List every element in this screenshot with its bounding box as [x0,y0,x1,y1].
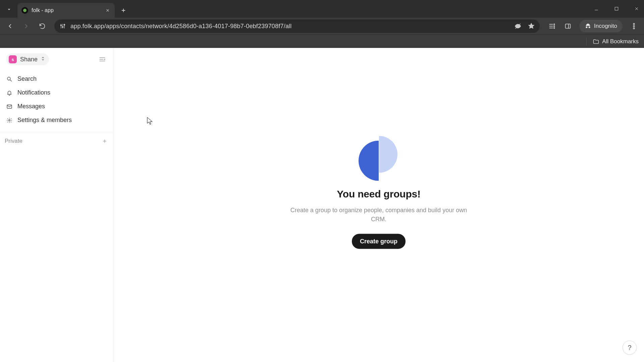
bookmark-star-icon[interactable] [528,22,535,30]
empty-state-subtitle: Create a group to organize people, compa… [285,206,473,224]
all-bookmarks-label: All Bookmarks [602,38,639,45]
sidebar-item-notifications[interactable]: Notifications [3,86,110,100]
workspace-name: Shane [20,56,38,63]
workspace-avatar: s [9,55,17,63]
browser-toolbar: app.folk.app/apps/contacts/network/4d258… [0,18,644,35]
sidebar-item-settings[interactable]: Settings & members [3,113,110,127]
collapse-sidebar-button[interactable] [98,55,107,64]
bookmarks-bar: All Bookmarks [0,35,644,48]
reload-button[interactable] [36,19,49,33]
app-root: s Shane Search Notifications Message [0,48,644,362]
close-window-button[interactable] [631,3,642,14]
gear-icon [6,117,13,124]
sidebar-item-label: Settings & members [17,117,72,124]
sidebar-header: s Shane [0,48,113,71]
tab-search-button[interactable] [3,3,15,16]
empty-state-title: You need groups! [285,188,473,200]
sidebar: s Shane Search Notifications Message [0,48,113,362]
browser-chrome: folk - app app.folk.app/apps/contacts/ne… [0,0,644,48]
svg-point-9 [554,24,555,25]
svg-point-14 [633,23,635,25]
svg-point-10 [554,26,555,27]
eye-off-icon[interactable] [514,22,522,30]
reading-list-icon[interactable] [545,19,558,33]
create-group-button[interactable]: Create group [352,234,406,249]
back-button[interactable] [3,19,17,33]
new-tab-button[interactable] [117,4,129,16]
browser-menu-button[interactable] [627,19,641,33]
add-private-group-button[interactable] [101,137,108,145]
sidebar-item-label: Messages [17,103,45,110]
svg-rect-12 [566,24,571,28]
tab-favicon [21,7,28,14]
window-controls [591,3,642,14]
svg-point-6 [64,24,65,25]
sidebar-item-label: Notifications [17,89,50,96]
tab-title: folk - app [32,7,101,13]
maximize-button[interactable] [611,3,622,14]
side-panel-icon[interactable] [561,19,575,33]
bell-icon [6,89,13,96]
workspace-switcher[interactable]: s Shane [6,53,49,65]
svg-point-20 [7,77,10,80]
svg-rect-0 [615,7,618,10]
svg-point-15 [633,25,635,27]
sidebar-item-label: Search [17,75,37,82]
url-text: app.folk.app/apps/contacts/network/4d258… [70,23,510,30]
empty-state: You need groups! Create a group to organ… [285,136,473,249]
chevron-updown-icon [41,56,45,62]
sidebar-section-private: Private [0,132,113,150]
sidebar-item-messages[interactable]: Messages [3,100,110,113]
svg-point-16 [633,28,635,29]
divider [586,38,587,45]
svg-point-11 [554,27,555,28]
tab-strip: folk - app [0,0,644,18]
main-content: You need groups! Create a group to organ… [113,48,644,362]
help-button[interactable]: ? [623,341,637,355]
incognito-indicator[interactable]: Incognito [579,20,623,33]
sidebar-item-search[interactable]: Search [3,72,110,86]
mail-icon [6,103,13,110]
svg-line-21 [10,80,12,81]
mouse-cursor [147,117,153,126]
sidebar-nav: Search Notifications Messages Settings &… [0,71,113,132]
tab-close-button[interactable] [105,7,111,13]
svg-point-4 [60,25,61,26]
all-bookmarks-button[interactable]: All Bookmarks [593,38,639,45]
site-settings-icon[interactable] [59,22,66,30]
forward-button[interactable] [19,19,33,33]
svg-point-23 [9,119,10,121]
address-bar[interactable]: app.folk.app/apps/contacts/network/4d258… [54,19,540,33]
svg-point-5 [62,26,63,27]
incognito-label: Incognito [594,23,617,29]
minimize-button[interactable] [591,3,602,14]
search-icon [6,76,13,82]
pie-chart-illustration [359,136,399,176]
browser-tab[interactable]: folk - app [17,3,115,18]
section-title: Private [5,138,22,144]
